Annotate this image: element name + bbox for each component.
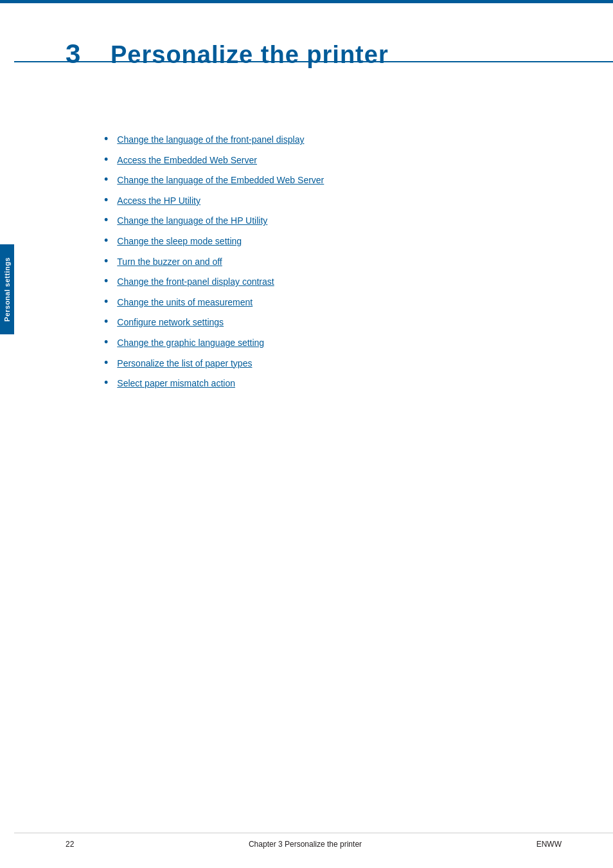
toc-link-2[interactable]: Access the Embedded Web Server (117, 154, 257, 167)
page-container: Personal settings 3 Personalize the prin… (0, 0, 613, 868)
toc-link-11[interactable]: Change the graphic language setting (117, 337, 264, 350)
toc-link-3[interactable]: Change the language of the Embedded Web … (117, 174, 324, 187)
bullet-icon: • (104, 295, 108, 309)
bullet-icon: • (104, 376, 108, 390)
bullet-icon: • (104, 356, 108, 370)
footer: 22 Chapter 3 Personalize the printer ENW… (14, 833, 613, 849)
list-item: •Change the language of the Embedded Web… (104, 174, 562, 187)
bullet-icon: • (104, 173, 108, 186)
chapter-header: 3 Personalize the printer (66, 26, 562, 69)
chapter-number: 3 (66, 39, 98, 69)
toc-link-5[interactable]: Change the language of the HP Utility (117, 215, 267, 228)
list-item: •Turn the buzzer on and off (104, 256, 562, 269)
toc-link-1[interactable]: Change the language of the front-panel d… (117, 134, 304, 147)
toc-link-10[interactable]: Configure network settings (117, 316, 224, 329)
list-item: •Access the Embedded Web Server (104, 154, 562, 167)
bullet-icon: • (104, 234, 108, 248)
toc-link-12[interactable]: Personalize the list of paper types (117, 357, 252, 370)
footer-doc-label: ENWW (537, 840, 562, 849)
bullet-icon: • (104, 315, 108, 329)
toc-link-6[interactable]: Change the sleep mode setting (117, 235, 242, 248)
list-item: •Change the graphic language setting (104, 337, 562, 350)
list-item: •Change the units of measurement (104, 296, 562, 309)
list-item: •Personalize the list of paper types (104, 357, 562, 370)
list-item: •Select paper mismatch action (104, 377, 562, 390)
toc-link-4[interactable]: Access the HP Utility (117, 195, 200, 208)
bullet-icon: • (104, 275, 108, 288)
bullet-icon: • (104, 213, 108, 227)
toc-link-8[interactable]: Change the front-panel display contrast (117, 276, 274, 289)
toc-list: •Change the language of the front-panel … (104, 134, 562, 390)
bullet-icon: • (104, 153, 108, 167)
bullet-icon: • (104, 255, 108, 268)
bullet-icon: • (104, 132, 108, 146)
list-item: •Change the language of the front-panel … (104, 134, 562, 147)
chapter-title: Personalize the printer (111, 41, 389, 69)
side-tab: Personal settings (0, 244, 14, 334)
bullet-icon: • (104, 336, 108, 349)
top-border (0, 0, 613, 3)
list-item: •Change the sleep mode setting (104, 235, 562, 248)
toc-link-9[interactable]: Change the units of measurement (117, 296, 253, 309)
list-item: •Change the front-panel display contrast (104, 276, 562, 289)
side-tab-label: Personal settings (3, 257, 11, 321)
list-item: •Configure network settings (104, 316, 562, 329)
header-rule (14, 61, 613, 62)
main-content: 3 Personalize the printer •Change the la… (14, 0, 613, 437)
footer-chapter-label: Chapter 3 Personalize the printer (249, 840, 362, 849)
toc-link-13[interactable]: Select paper mismatch action (117, 377, 235, 390)
bullet-icon: • (104, 194, 108, 207)
list-item: •Change the language of the HP Utility (104, 215, 562, 228)
toc-link-7[interactable]: Turn the buzzer on and off (117, 256, 222, 269)
footer-page-number: 22 (66, 840, 74, 849)
list-item: •Access the HP Utility (104, 195, 562, 208)
